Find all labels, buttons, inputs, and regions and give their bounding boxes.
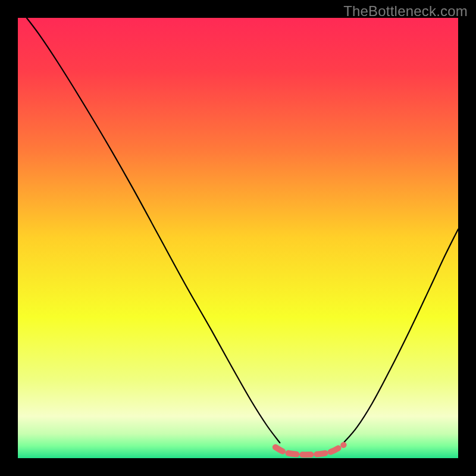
- gradient-background: [18, 18, 458, 458]
- chart-frame: TheBottleneck.com: [0, 0, 476, 476]
- plot-area: [18, 18, 458, 458]
- chart-svg: [18, 18, 458, 458]
- watermark-text: TheBottleneck.com: [343, 3, 468, 20]
